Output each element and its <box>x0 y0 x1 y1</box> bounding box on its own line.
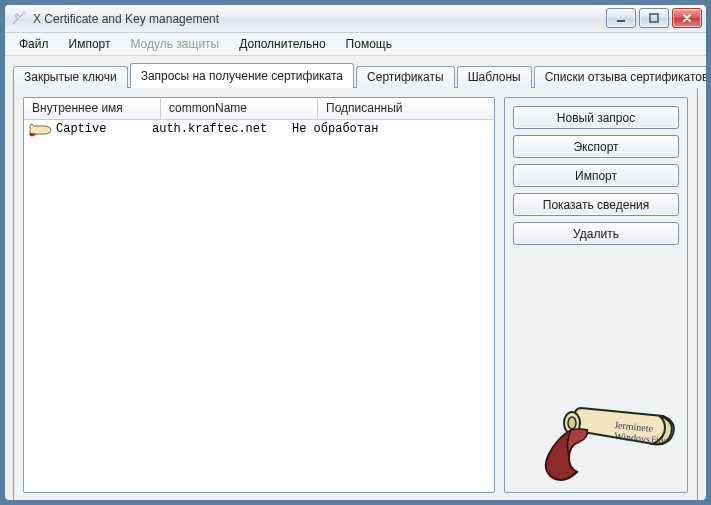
menu-extra[interactable]: Дополнительно <box>231 35 333 53</box>
menubar: Файл Импорт Модуль защиты Дополнительно … <box>5 33 706 56</box>
maximize-button[interactable] <box>639 8 669 28</box>
window-title: X Certificate and Key management <box>33 12 219 26</box>
delete-button[interactable]: Удалить <box>513 222 679 245</box>
csr-icon <box>28 121 52 137</box>
menu-help[interactable]: Помощь <box>338 35 400 53</box>
tab-certificates[interactable]: Сертификаты <box>356 66 455 88</box>
tab-strip: Закрытые ключи Запросы на получение серт… <box>5 56 706 87</box>
list-rows[interactable]: Captive auth.kraftec.net Не обработан <box>24 120 494 492</box>
svg-rect-2 <box>650 14 658 22</box>
brand-logo: Jerminete Windovs Fine <box>513 386 679 486</box>
titlebar: X Certificate and Key management <box>5 5 706 33</box>
spacer <box>513 251 679 380</box>
tab-content: Внутреннее имя commonName Подписанный Ca… <box>13 87 698 501</box>
app-icon <box>11 11 27 27</box>
cell-internal: Captive <box>56 122 152 136</box>
list-row[interactable]: Captive auth.kraftec.net Не обработан <box>24 120 494 138</box>
import-button[interactable]: Импорт <box>513 164 679 187</box>
app-window: X Certificate and Key management Файл Им… <box>4 4 707 501</box>
col-signed[interactable]: Подписанный <box>318 98 494 119</box>
close-button[interactable] <box>672 8 702 28</box>
export-button[interactable]: Экспорт <box>513 135 679 158</box>
svg-text:Fine: Fine <box>651 434 668 446</box>
svg-rect-1 <box>617 20 625 22</box>
action-panel: Новый запрос Экспорт Импорт Показать све… <box>504 97 688 493</box>
menu-security-module: Модуль защиты <box>122 35 227 53</box>
new-request-button[interactable]: Новый запрос <box>513 106 679 129</box>
svg-point-4 <box>568 417 576 429</box>
tab-private-keys[interactable]: Закрытые ключи <box>13 66 128 88</box>
col-internal-name[interactable]: Внутреннее имя <box>24 98 161 119</box>
menu-import[interactable]: Импорт <box>61 35 119 53</box>
menu-file[interactable]: Файл <box>11 35 57 53</box>
show-details-button[interactable]: Показать сведения <box>513 193 679 216</box>
svg-point-0 <box>22 11 26 15</box>
minimize-button[interactable] <box>606 8 636 28</box>
window-controls <box>606 8 702 28</box>
tab-templates[interactable]: Шаблоны <box>457 66 532 88</box>
tab-csr[interactable]: Запросы на получение сертификата <box>130 63 354 88</box>
tab-crls[interactable]: Списки отзыва сертификатов <box>534 66 707 88</box>
cell-cn: auth.kraftec.net <box>152 122 292 136</box>
svg-text:Windovs: Windovs <box>614 430 651 445</box>
request-list: Внутреннее имя commonName Подписанный Ca… <box>23 97 495 493</box>
cell-signed: Не обработан <box>292 122 494 136</box>
list-header: Внутреннее имя commonName Подписанный <box>24 98 494 120</box>
col-common-name[interactable]: commonName <box>161 98 318 119</box>
